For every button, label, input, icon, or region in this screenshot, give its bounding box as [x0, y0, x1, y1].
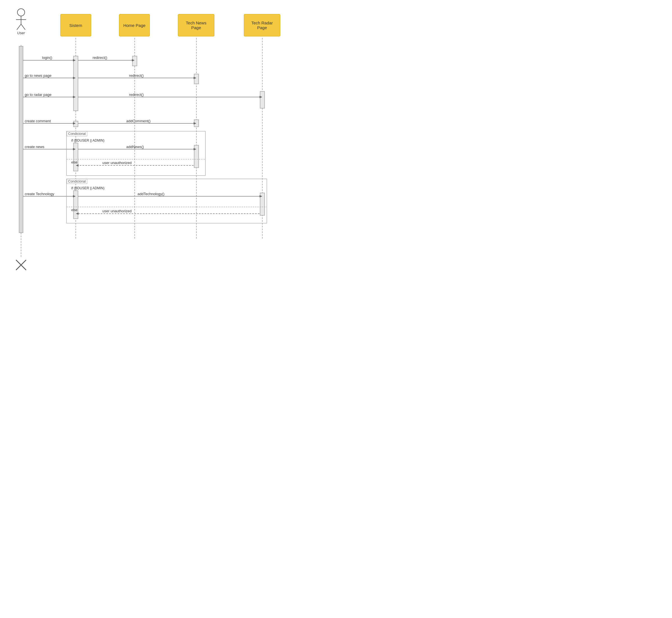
svg-marker-21: [73, 77, 76, 79]
fragment1-guard1: if (BDUSER || ADMIN): [71, 138, 104, 142]
lifeline-homepage: Home Page: [119, 14, 150, 36]
label-go-news: go to news page: [25, 74, 51, 78]
fragment1-guard2: else: [71, 161, 77, 164]
label-create-news: create news: [25, 145, 44, 149]
label-unauthorized2: user unauthorized: [102, 209, 132, 213]
svg-marker-17: [73, 59, 76, 62]
svg-rect-9: [74, 191, 78, 219]
label-login: login(): [42, 56, 52, 60]
svg-marker-23: [194, 77, 196, 79]
label-redirect2: redirect(): [129, 74, 144, 78]
svg-rect-5: [19, 46, 23, 233]
svg-rect-13: [194, 145, 199, 168]
svg-marker-27: [260, 96, 262, 98]
lifeline-technewspage: Tech News Page: [178, 14, 215, 36]
label-unauthorized1: user unauthorized: [102, 161, 132, 165]
label-create-comment: create comment: [25, 119, 51, 123]
label-go-radar: go to radar page: [25, 93, 51, 97]
svg-marker-41: [260, 195, 262, 197]
fragment2-guard2: else: [71, 208, 77, 212]
svg-rect-10: [133, 56, 137, 66]
svg-rect-14: [260, 91, 265, 108]
fragment2-guard1: if (BDUSER || ADMIN): [71, 186, 104, 190]
arrows-svg: [0, 0, 317, 294]
label-addnews: addNews(): [126, 145, 144, 149]
lifeline-techradarpage: Tech Radar Page: [244, 14, 280, 36]
actor-user: User: [15, 8, 27, 35]
svg-marker-19: [132, 59, 135, 62]
svg-point-49: [17, 9, 25, 16]
label-redirect1: redirect(): [93, 56, 107, 60]
svg-rect-44: [67, 131, 205, 176]
label-redirect3: redirect(): [129, 93, 144, 97]
svg-marker-39: [73, 195, 76, 197]
svg-rect-11: [194, 74, 199, 84]
svg-marker-37: [76, 164, 79, 167]
actor-end-symbol: [15, 260, 27, 272]
fragment2-label: Condicional: [67, 179, 87, 184]
svg-line-53: [21, 24, 25, 30]
svg-marker-33: [73, 148, 76, 150]
fragment1-label: Condicional: [67, 131, 87, 136]
svg-marker-29: [73, 122, 76, 124]
actor-user-label: User: [17, 31, 25, 35]
svg-marker-35: [194, 148, 196, 150]
lifeline-sistem: Sistem: [60, 14, 91, 36]
svg-marker-31: [194, 122, 196, 124]
svg-rect-15: [260, 193, 265, 215]
svg-line-52: [17, 24, 21, 30]
label-addcomment: addComment(): [126, 119, 151, 123]
svg-rect-12: [194, 120, 199, 127]
svg-rect-46: [67, 179, 267, 223]
svg-marker-43: [76, 213, 79, 215]
label-addtechnology: addTechnology(): [138, 192, 164, 196]
svg-rect-7: [74, 121, 78, 127]
sequence-diagram: User Sistem Home Page Tech News Page Tec…: [0, 0, 317, 294]
svg-marker-25: [73, 96, 76, 98]
svg-rect-6: [74, 56, 78, 111]
label-create-technology: create Technology: [25, 192, 54, 196]
svg-rect-8: [74, 143, 78, 171]
